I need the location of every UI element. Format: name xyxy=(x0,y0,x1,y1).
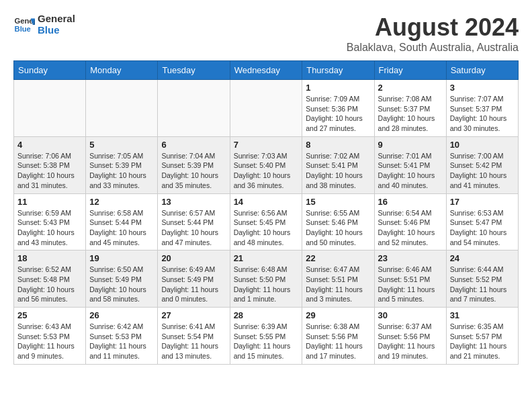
logo: General Blue General Blue xyxy=(13,13,75,36)
day-number: 6 xyxy=(161,140,226,150)
day-number: 18 xyxy=(17,253,82,263)
calendar-cell: 6Sunrise: 7:04 AM Sunset: 5:39 PM Daylig… xyxy=(158,136,230,193)
day-number: 4 xyxy=(17,140,82,150)
day-number: 29 xyxy=(306,310,370,320)
calendar-cell: 11Sunrise: 6:59 AM Sunset: 5:43 PM Dayli… xyxy=(14,193,86,250)
week-row-2: 4Sunrise: 7:06 AM Sunset: 5:38 PM Daylig… xyxy=(14,136,519,193)
day-info: Sunrise: 7:06 AM Sunset: 5:38 PM Dayligh… xyxy=(17,151,82,191)
day-number: 5 xyxy=(89,140,154,150)
week-row-3: 11Sunrise: 6:59 AM Sunset: 5:43 PM Dayli… xyxy=(14,193,519,250)
day-info: Sunrise: 6:48 AM Sunset: 5:50 PM Dayligh… xyxy=(234,265,299,304)
calendar-cell: 10Sunrise: 7:00 AM Sunset: 5:42 PM Dayli… xyxy=(446,136,518,193)
calendar-cell: 4Sunrise: 7:06 AM Sunset: 5:38 PM Daylig… xyxy=(14,136,86,193)
day-info: Sunrise: 7:09 AM Sunset: 5:36 PM Dayligh… xyxy=(306,94,370,134)
weekday-header-thursday: Thursday xyxy=(302,61,374,80)
calendar-cell: 9Sunrise: 7:01 AM Sunset: 5:41 PM Daylig… xyxy=(374,136,446,193)
calendar-cell: 16Sunrise: 6:54 AM Sunset: 5:46 PM Dayli… xyxy=(374,193,446,250)
day-info: Sunrise: 6:43 AM Sunset: 5:53 PM Dayligh… xyxy=(17,322,82,361)
day-number: 30 xyxy=(378,310,443,320)
day-info: Sunrise: 6:39 AM Sunset: 5:55 PM Dayligh… xyxy=(234,322,299,361)
title-block: August 2024 Balaklava, South Australia, … xyxy=(347,13,519,54)
calendar-cell: 25Sunrise: 6:43 AM Sunset: 5:53 PM Dayli… xyxy=(14,308,86,365)
day-info: Sunrise: 6:57 AM Sunset: 5:44 PM Dayligh… xyxy=(161,208,226,248)
day-number: 26 xyxy=(89,310,154,320)
day-info: Sunrise: 6:42 AM Sunset: 5:53 PM Dayligh… xyxy=(89,322,154,361)
day-number: 19 xyxy=(89,253,154,263)
weekday-header-row: SundayMondayTuesdayWednesdayThursdayFrid… xyxy=(14,61,519,80)
weekday-header-sunday: Sunday xyxy=(14,61,86,80)
day-info: Sunrise: 6:59 AM Sunset: 5:43 PM Dayligh… xyxy=(17,208,82,248)
svg-text:Blue: Blue xyxy=(15,24,31,32)
day-number: 21 xyxy=(234,253,299,263)
day-number: 24 xyxy=(450,253,515,263)
day-number: 31 xyxy=(450,310,515,320)
day-info: Sunrise: 7:02 AM Sunset: 5:41 PM Dayligh… xyxy=(306,151,370,191)
day-number: 27 xyxy=(161,310,226,320)
calendar-cell: 17Sunrise: 6:53 AM Sunset: 5:47 PM Dayli… xyxy=(446,193,518,250)
day-number: 3 xyxy=(450,83,515,93)
calendar-cell: 12Sunrise: 6:58 AM Sunset: 5:44 PM Dayli… xyxy=(86,193,158,250)
weekday-header-saturday: Saturday xyxy=(446,61,518,80)
day-number: 1 xyxy=(306,83,370,93)
calendar-table: SundayMondayTuesdayWednesdayThursdayFrid… xyxy=(13,60,519,365)
day-number: 23 xyxy=(378,253,443,263)
day-info: Sunrise: 6:58 AM Sunset: 5:44 PM Dayligh… xyxy=(89,208,154,248)
day-info: Sunrise: 7:00 AM Sunset: 5:42 PM Dayligh… xyxy=(450,151,515,191)
logo-icon: General Blue xyxy=(13,14,35,36)
week-row-5: 25Sunrise: 6:43 AM Sunset: 5:53 PM Dayli… xyxy=(14,308,519,365)
calendar-cell xyxy=(86,80,158,137)
day-info: Sunrise: 7:04 AM Sunset: 5:39 PM Dayligh… xyxy=(161,151,226,191)
day-info: Sunrise: 6:55 AM Sunset: 5:46 PM Dayligh… xyxy=(306,208,370,248)
day-info: Sunrise: 6:38 AM Sunset: 5:56 PM Dayligh… xyxy=(306,322,370,361)
day-info: Sunrise: 6:44 AM Sunset: 5:52 PM Dayligh… xyxy=(450,265,515,304)
calendar-cell: 14Sunrise: 6:56 AM Sunset: 5:45 PM Dayli… xyxy=(230,193,302,250)
week-row-1: 1Sunrise: 7:09 AM Sunset: 5:36 PM Daylig… xyxy=(14,80,519,137)
weekday-header-monday: Monday xyxy=(86,61,158,80)
calendar-cell xyxy=(14,80,86,137)
header: General Blue General Blue August 2024 Ba… xyxy=(13,13,519,54)
day-info: Sunrise: 7:01 AM Sunset: 5:41 PM Dayligh… xyxy=(378,151,443,191)
calendar-cell: 20Sunrise: 6:49 AM Sunset: 5:49 PM Dayli… xyxy=(158,250,230,308)
day-info: Sunrise: 7:08 AM Sunset: 5:37 PM Dayligh… xyxy=(378,94,443,134)
weekday-header-tuesday: Tuesday xyxy=(158,61,230,80)
calendar-cell: 26Sunrise: 6:42 AM Sunset: 5:53 PM Dayli… xyxy=(86,308,158,365)
day-number: 25 xyxy=(17,310,82,320)
calendar-cell: 23Sunrise: 6:46 AM Sunset: 5:51 PM Dayli… xyxy=(374,250,446,308)
calendar-cell xyxy=(158,80,230,137)
day-info: Sunrise: 6:37 AM Sunset: 5:56 PM Dayligh… xyxy=(378,322,443,361)
day-info: Sunrise: 6:47 AM Sunset: 5:51 PM Dayligh… xyxy=(306,265,370,304)
day-number: 20 xyxy=(161,253,226,263)
day-number: 10 xyxy=(450,140,515,150)
calendar-cell: 29Sunrise: 6:38 AM Sunset: 5:56 PM Dayli… xyxy=(302,308,374,365)
week-row-4: 18Sunrise: 6:52 AM Sunset: 5:48 PM Dayli… xyxy=(14,250,519,308)
day-info: Sunrise: 6:53 AM Sunset: 5:47 PM Dayligh… xyxy=(450,208,515,248)
day-number: 11 xyxy=(17,197,82,207)
day-info: Sunrise: 6:49 AM Sunset: 5:49 PM Dayligh… xyxy=(161,265,226,304)
day-number: 12 xyxy=(89,197,154,207)
day-info: Sunrise: 6:35 AM Sunset: 5:57 PM Dayligh… xyxy=(450,322,515,361)
calendar-cell: 22Sunrise: 6:47 AM Sunset: 5:51 PM Dayli… xyxy=(302,250,374,308)
logo-blue: Blue xyxy=(38,25,75,36)
day-number: 28 xyxy=(234,310,299,320)
calendar-cell: 18Sunrise: 6:52 AM Sunset: 5:48 PM Dayli… xyxy=(14,250,86,308)
month-year: August 2024 xyxy=(347,13,519,42)
calendar-cell: 24Sunrise: 6:44 AM Sunset: 5:52 PM Dayli… xyxy=(446,250,518,308)
day-number: 2 xyxy=(378,83,443,93)
day-info: Sunrise: 6:56 AM Sunset: 5:45 PM Dayligh… xyxy=(234,208,299,248)
day-number: 9 xyxy=(378,140,443,150)
day-number: 8 xyxy=(306,140,370,150)
calendar-cell: 3Sunrise: 7:07 AM Sunset: 5:37 PM Daylig… xyxy=(446,80,518,137)
day-info: Sunrise: 6:50 AM Sunset: 5:49 PM Dayligh… xyxy=(89,265,154,304)
calendar-cell: 21Sunrise: 6:48 AM Sunset: 5:50 PM Dayli… xyxy=(230,250,302,308)
day-info: Sunrise: 6:46 AM Sunset: 5:51 PM Dayligh… xyxy=(378,265,443,304)
day-number: 16 xyxy=(378,197,443,207)
logo-general: General xyxy=(38,13,75,25)
calendar-cell: 27Sunrise: 6:41 AM Sunset: 5:54 PM Dayli… xyxy=(158,308,230,365)
day-number: 14 xyxy=(234,197,299,207)
day-info: Sunrise: 6:54 AM Sunset: 5:46 PM Dayligh… xyxy=(378,208,443,248)
calendar-cell: 5Sunrise: 7:05 AM Sunset: 5:39 PM Daylig… xyxy=(86,136,158,193)
calendar-cell: 7Sunrise: 7:03 AM Sunset: 5:40 PM Daylig… xyxy=(230,136,302,193)
calendar-cell: 19Sunrise: 6:50 AM Sunset: 5:49 PM Dayli… xyxy=(86,250,158,308)
day-number: 17 xyxy=(450,197,515,207)
calendar-cell: 8Sunrise: 7:02 AM Sunset: 5:41 PM Daylig… xyxy=(302,136,374,193)
